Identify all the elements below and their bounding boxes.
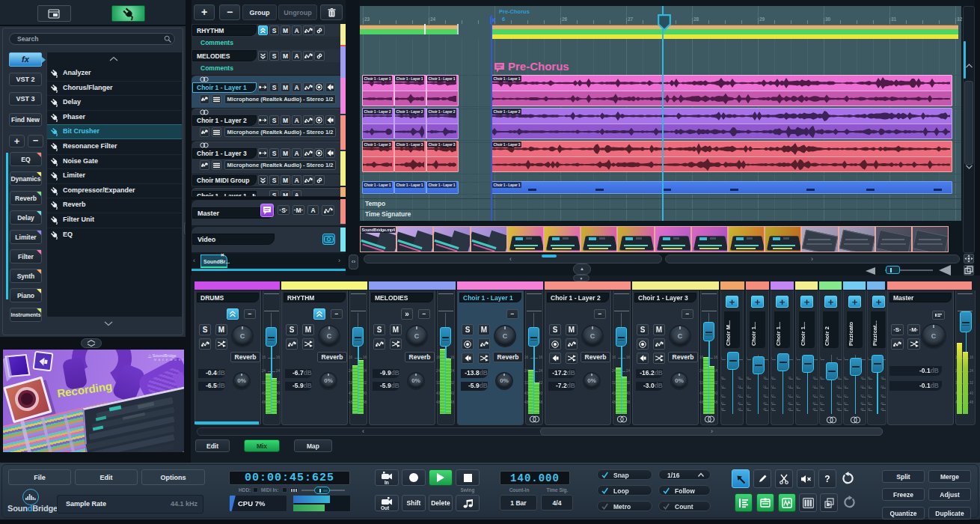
svg-text:In: In: [385, 480, 389, 485]
svg-text:Out: Out: [381, 505, 390, 511]
